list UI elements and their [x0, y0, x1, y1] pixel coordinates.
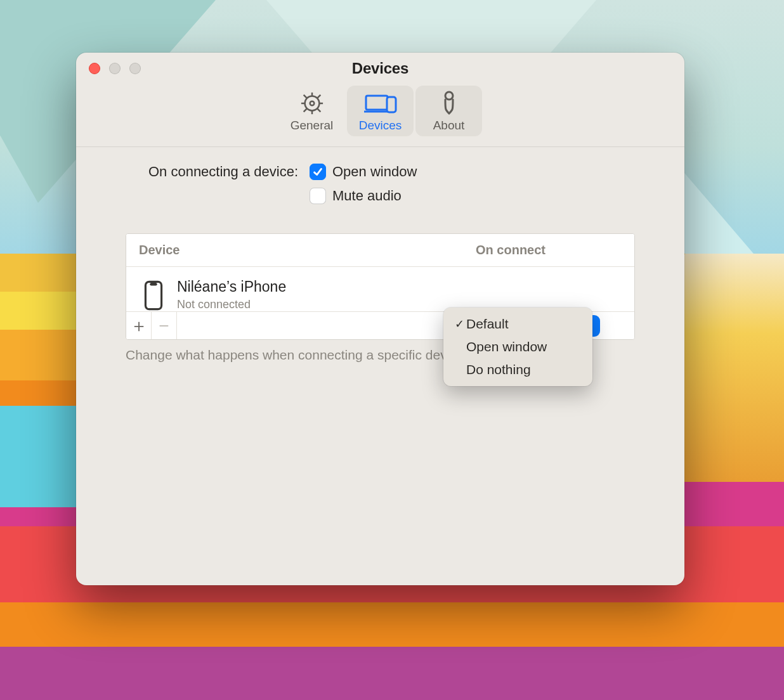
svg-rect-12 [387, 97, 396, 112]
checkmark-icon: ✓ [452, 317, 466, 331]
on-connect-menu: ✓ Default Open window Do nothing [443, 308, 592, 386]
menu-item-default[interactable]: ✓ Default [447, 313, 589, 335]
add-device-button[interactable]: ＋ [126, 312, 152, 339]
checkbox-mute-audio[interactable] [310, 188, 326, 204]
on-connect-label: On connecting a device: [126, 164, 310, 180]
svg-rect-10 [366, 96, 388, 110]
device-status: Not connected [177, 298, 286, 311]
svg-point-13 [445, 92, 453, 100]
menu-item-open-window[interactable]: Open window [447, 335, 589, 358]
svg-rect-14 [145, 282, 161, 309]
tab-devices[interactable]: Devices [347, 86, 414, 136]
menu-item-label: Default [466, 316, 509, 332]
tab-devices-label: Devices [359, 119, 402, 133]
gear-icon [300, 91, 324, 116]
remove-device-button[interactable]: − [152, 312, 177, 339]
tab-about[interactable]: About [415, 86, 482, 136]
tab-general-label: General [291, 119, 334, 133]
preferences-window: Devices [76, 53, 684, 585]
svg-rect-15 [150, 283, 157, 286]
preferences-toolbar: General Devices [76, 84, 684, 143]
about-icon [440, 91, 459, 116]
window-title: Devices [352, 60, 408, 77]
open-window-label: Open window [332, 164, 417, 180]
svg-line-7 [317, 109, 320, 112]
device-name: Niléane’s iPhone [177, 278, 286, 295]
checkbox-open-window[interactable] [310, 164, 326, 180]
svg-line-8 [303, 109, 306, 112]
minimize-icon[interactable] [109, 63, 121, 74]
menu-item-label: Open window [466, 339, 547, 354]
menu-item-do-nothing[interactable]: Do nothing [447, 358, 589, 381]
zoom-icon[interactable] [129, 63, 141, 74]
svg-point-0 [304, 96, 319, 111]
table-row[interactable]: Niléane’s iPhone Not connected [126, 267, 634, 311]
column-onconnect[interactable]: On connect [476, 243, 622, 257]
svg-point-1 [310, 101, 314, 106]
devices-icon [364, 91, 397, 116]
menu-item-label: Do nothing [466, 362, 531, 377]
column-device[interactable]: Device [139, 243, 476, 257]
window-titlebar: Devices [76, 53, 684, 84]
desktop-wallpaper: Devices [0, 0, 784, 700]
tab-general[interactable]: General [278, 86, 345, 136]
mute-audio-label: Mute audio [332, 188, 402, 204]
svg-line-6 [303, 95, 306, 98]
iphone-icon [144, 280, 163, 311]
tab-about-label: About [433, 119, 465, 133]
close-icon[interactable] [89, 63, 100, 74]
svg-line-9 [317, 95, 320, 98]
